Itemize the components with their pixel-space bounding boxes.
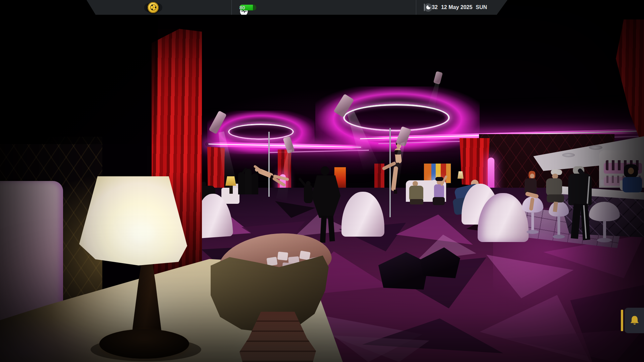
table-lamp-shade (79, 176, 187, 265)
clock-date: 12 May 2025 (441, 4, 472, 10)
lamp-bulb-glow (127, 221, 158, 245)
moon-icon (424, 3, 432, 12)
bar-downlight (562, 153, 575, 157)
foreground-couch-left (0, 181, 63, 324)
hud-bar: $ 1K 456 42 45 (87, 0, 507, 15)
table-lamp-foot (99, 329, 189, 359)
seated-patron (430, 176, 448, 206)
neon-ring-left (228, 124, 294, 140)
clock-day: SUN (476, 4, 487, 10)
bartender-woman (621, 164, 644, 193)
notification-accent-bar (621, 310, 623, 331)
hud-divider (416, 0, 416, 15)
top-left-darkness (0, 0, 158, 144)
health-value: 80 (239, 5, 245, 10)
clock-divider (424, 4, 425, 11)
redhead-patron (521, 171, 540, 210)
bell-icon (629, 314, 641, 326)
spotlight-fixture (433, 71, 443, 84)
club-scene (0, 0, 644, 362)
notifications-button[interactable] (625, 308, 644, 333)
tracksuit-man-drinking (566, 166, 599, 243)
cap-patron (543, 170, 568, 212)
glass-on-bar (600, 180, 604, 186)
seated-patron (408, 181, 425, 204)
token-icon (148, 2, 159, 13)
waiter-silhouette (311, 166, 341, 243)
hud-divider (231, 0, 232, 15)
bar-downlight (589, 145, 602, 150)
red-curtain-stage-4 (460, 138, 490, 186)
clock-group: 02:32 12 May 2025 SUN (424, 0, 487, 15)
game-viewport[interactable]: $ 1K 456 42 45 (0, 0, 644, 362)
